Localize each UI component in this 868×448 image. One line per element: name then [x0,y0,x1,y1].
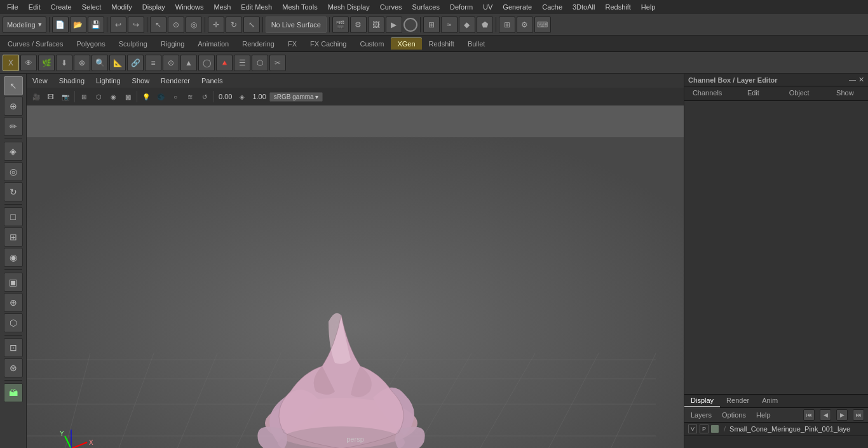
xgen-btn-2[interactable]: 👁 [20,55,37,71]
paint-select-btn[interactable]: ◎ [186,17,202,33]
menu-generate[interactable]: Generate [498,2,536,12]
move-vertex-tool[interactable]: ◈ [4,142,23,161]
vp-menu-shading[interactable]: Shading [56,76,88,86]
xgen-btn-12[interactable]: ◯ [198,55,215,71]
vp-cam-btn[interactable]: 🎥 [29,90,43,104]
menu-edit[interactable]: Edit [24,2,45,12]
cb-tab-edit[interactable]: Edit [730,86,776,100]
show-hide-tool[interactable]: □ [4,207,23,226]
tab-rigging[interactable]: Rigging [154,38,191,50]
preferences-btn[interactable]: ⚙ [517,17,533,33]
move-tool-btn[interactable]: ✛ [208,17,224,33]
edge-mode-tool[interactable]: ⬡ [4,313,23,332]
select-tool-btn[interactable]: ↖ [150,17,166,33]
vp-gamma-btn[interactable]: sRGB gamma ▾ [269,92,323,102]
tab-polygons[interactable]: Polygons [70,38,111,50]
redo-btn[interactable]: ↪ [128,17,144,33]
component-mode-tool[interactable]: ▣ [4,273,23,292]
channel-box-close[interactable]: ✕ [858,76,864,84]
menu-help[interactable]: Help [637,2,660,12]
vp-texture-btn[interactable]: ▩ [121,90,135,104]
display-mode-tool[interactable]: ⊞ [4,227,23,247]
xgen-btn-15[interactable]: ⬡ [252,55,268,71]
menu-file[interactable]: File [3,2,23,12]
vp-menu-renderer[interactable]: Renderer [158,76,193,86]
layers-next[interactable]: ▶ [836,409,848,421]
xgen-btn-13[interactable]: 🔺 [216,55,233,71]
vp-menu-view[interactable]: View [29,76,51,86]
object-mode-tool[interactable]: ◉ [4,248,23,267]
render-btn[interactable]: 🎬 [332,17,349,33]
render-settings-btn[interactable]: ⚙ [350,17,367,33]
layers-menu-options[interactable]: Options [719,410,749,420]
vp-aa-btn[interactable]: ≋ [183,90,197,104]
undo-btn[interactable]: ↩ [110,17,126,33]
snap-point-btn[interactable]: ◆ [459,17,475,33]
tab-redshift[interactable]: Redshift [423,38,461,50]
ipr-btn[interactable]: ▶ [386,17,402,33]
menu-edit-mesh[interactable]: Edit Mesh [236,2,276,12]
cb-tab-object[interactable]: Object [776,86,822,100]
scene-icon[interactable]: 🏔 [4,383,23,402]
live-surface-btn[interactable]: No Live Surface [266,17,327,33]
menu-create[interactable]: Create [46,2,76,12]
hotkeys-btn[interactable]: ⌨ [534,17,551,33]
cb-tab-channels[interactable]: Channels [684,86,730,100]
vp-ao-btn[interactable]: ○ [168,90,182,104]
workspace-btn[interactable]: ⊞ [499,17,515,33]
menu-3dto[interactable]: 3DtoAll [568,2,599,12]
tab-animation[interactable]: Animation [191,38,235,50]
rotate-tool-btn[interactable]: ↻ [226,17,242,33]
xgen-btn-7[interactable]: 📐 [109,55,126,71]
vp-shaded-btn[interactable]: ◉ [106,90,120,104]
layer-tab-anim[interactable]: Anim [756,395,784,407]
menu-redshift[interactable]: Redshift [600,2,635,12]
paint-tool[interactable]: ✏ [4,117,23,136]
rotate-tool-left[interactable]: ↻ [4,182,23,201]
tab-rendering[interactable]: Rendering [236,38,281,50]
vp-menu-show[interactable]: Show [129,76,153,86]
menu-select[interactable]: Select [78,2,106,12]
open-scene-btn[interactable]: 📂 [70,17,86,33]
xgen-btn-16[interactable]: ✂ [269,55,286,71]
layer-tab-render[interactable]: Render [720,395,756,407]
layers-prev-prev[interactable]: ⏮ [803,409,815,421]
xgen-btn-8[interactable]: 🔗 [127,55,144,71]
snap-curve-btn[interactable]: ≈ [441,17,458,33]
vp-refresh-btn[interactable]: ↺ [198,90,212,104]
tab-bullet[interactable]: Bullet [461,38,492,50]
menu-uv[interactable]: UV [478,2,497,12]
xgen-btn-3[interactable]: 🌿 [38,55,55,71]
layers-menu-help[interactable]: Help [754,410,773,420]
layers-menu-layers[interactable]: Layers [688,410,714,420]
render-region-btn[interactable] [403,18,417,32]
xgen-btn-10[interactable]: ⊙ [163,55,179,71]
pivot-tool[interactable]: ⊛ [4,358,23,377]
layer-vis-p[interactable]: P [700,424,709,433]
save-scene-btn[interactable]: 💾 [88,17,104,33]
menu-mesh[interactable]: Mesh [209,2,235,12]
tab-xgen[interactable]: XGen [391,37,421,50]
menu-deform[interactable]: Deform [445,2,477,12]
xgen-btn-14[interactable]: ☰ [234,55,250,71]
scale-tool-btn[interactable]: ⤡ [243,17,260,33]
xgen-btn-11[interactable]: ▲ [180,55,197,71]
vp-wire-btn[interactable]: ⬡ [92,90,105,104]
lasso-tool-btn[interactable]: ⊙ [168,17,184,33]
tab-fx[interactable]: FX [281,38,303,50]
face-mode-tool[interactable]: ⊕ [4,293,23,312]
new-scene-btn[interactable]: 📄 [52,17,69,33]
vp-grid-btn[interactable]: ⊞ [77,90,91,104]
layers-prev[interactable]: ◀ [820,409,831,421]
render-view-btn[interactable]: 🖼 [368,17,384,33]
menu-mesh-display[interactable]: Mesh Display [323,2,374,12]
xgen-btn-4[interactable]: ⬇ [56,55,72,71]
tab-custom[interactable]: Custom [354,38,391,50]
xgen-btn-1[interactable]: X [3,55,19,71]
menu-cache[interactable]: Cache [538,2,567,12]
mode-dropdown[interactable]: Modeling ▾ [3,17,46,33]
channel-box-minimize[interactable]: — [849,76,856,84]
tab-sculpting[interactable]: Sculpting [112,38,154,50]
layer-vis-v[interactable]: V [688,424,697,433]
vp-film-btn[interactable]: 🎞 [44,90,58,104]
